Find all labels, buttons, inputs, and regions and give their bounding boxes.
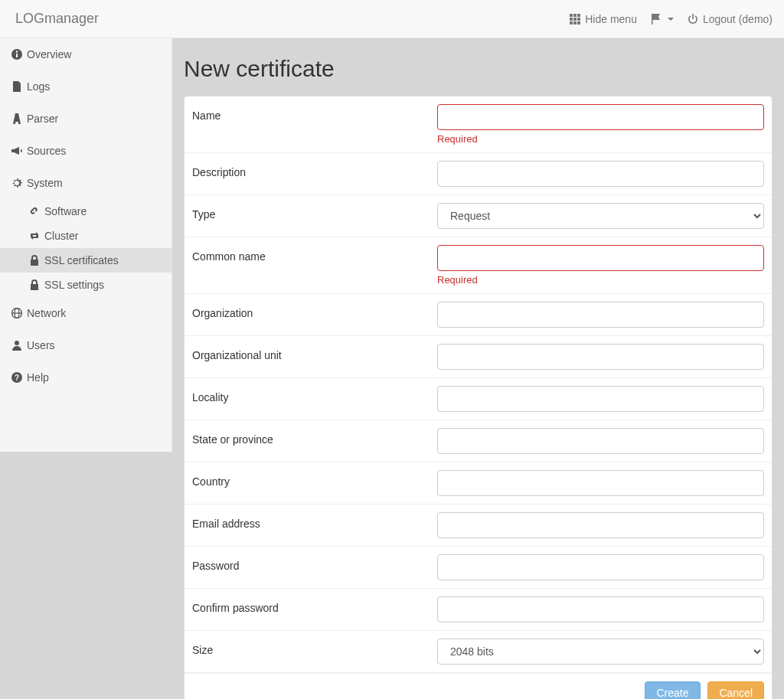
label-confirm-password: Confirm password [192, 596, 437, 622]
sidebar-label: System [27, 177, 63, 189]
common-name-error: Required [437, 274, 764, 286]
topbar: LOGmanager Hide menu Logout (demo) [0, 0, 784, 38]
svg-rect-4 [573, 18, 577, 21]
lock-icon [29, 255, 40, 266]
label-country: Country [192, 470, 437, 496]
power-icon [688, 14, 698, 24]
hide-menu-button[interactable]: Hide menu [570, 13, 637, 25]
svg-rect-1 [573, 14, 577, 17]
row-email: Email address [185, 505, 772, 547]
org-unit-input[interactable] [437, 344, 764, 370]
flag-icon [651, 14, 662, 24]
sidebar-label: Help [27, 371, 49, 384]
sidebar-sub-ssl-settings[interactable]: SSL settings [0, 273, 172, 297]
size-select[interactable]: 2048 bits [437, 639, 764, 665]
sidebar-item-network[interactable]: Network [0, 297, 172, 329]
grid-icon [570, 14, 580, 24]
password-input[interactable] [437, 554, 764, 580]
form-panel: Name Required Description Type Request C… [184, 96, 773, 699]
svg-rect-0 [570, 14, 573, 17]
cancel-button[interactable]: Cancel [707, 681, 764, 699]
label-org-unit: Organizational unit [192, 344, 437, 370]
label-size: Size [192, 639, 437, 665]
row-confirm-password: Confirm password [185, 589, 772, 631]
organization-input[interactable] [437, 302, 764, 328]
sidebar-label: Network [27, 307, 66, 319]
svg-rect-6 [570, 21, 573, 24]
confirm-password-input[interactable] [437, 596, 764, 622]
row-locality: Locality [185, 378, 772, 420]
caret-down-icon [668, 18, 674, 21]
label-locality: Locality [192, 386, 437, 412]
sidebar-label: SSL certificates [44, 254, 119, 266]
question-icon: ? [11, 372, 22, 383]
sidebar-sub-software[interactable]: Software [0, 199, 172, 224]
row-common-name: Common name Required [185, 237, 772, 294]
label-email: Email address [192, 512, 437, 538]
gear-icon [11, 178, 22, 188]
sidebar: Overview Logs Parser Sources System Soft… [0, 38, 172, 452]
row-org-unit: Organizational unit [185, 336, 772, 378]
state-input[interactable] [437, 428, 764, 454]
sidebar-item-help[interactable]: ? Help [0, 361, 172, 394]
svg-rect-3 [570, 18, 573, 21]
email-input[interactable] [437, 512, 764, 538]
svg-rect-8 [577, 21, 580, 24]
label-type: Type [192, 203, 437, 229]
description-input[interactable] [437, 161, 764, 187]
svg-rect-2 [577, 14, 580, 17]
sidebar-sub-cluster[interactable]: Cluster [0, 224, 172, 248]
row-type: Type Request [185, 195, 772, 237]
road-icon [11, 113, 22, 124]
sidebar-label: Logs [27, 80, 50, 93]
hide-menu-label: Hide menu [585, 13, 637, 25]
type-select[interactable]: Request [437, 203, 764, 229]
logout-button[interactable]: Logout (demo) [688, 13, 773, 25]
content: New certificate Name Required Descriptio… [172, 38, 784, 699]
file-icon [11, 81, 22, 92]
svg-rect-7 [573, 21, 577, 24]
row-name: Name Required [185, 96, 772, 153]
svg-text:?: ? [15, 374, 19, 382]
retweet-icon [29, 230, 40, 241]
sidebar-item-system[interactable]: System [0, 167, 172, 199]
sidebar-label: Cluster [44, 230, 78, 242]
label-state: State or province [192, 428, 437, 454]
row-country: Country [185, 462, 772, 505]
sidebar-label: Sources [27, 145, 66, 157]
name-error: Required [437, 133, 764, 145]
label-name: Name [192, 104, 437, 145]
svg-rect-10 [16, 54, 18, 57]
locality-input[interactable] [437, 386, 764, 412]
common-name-input[interactable] [437, 245, 764, 271]
country-input[interactable] [437, 470, 764, 496]
label-description: Description [192, 161, 437, 187]
sidebar-item-logs[interactable]: Logs [0, 70, 172, 103]
label-common-name: Common name [192, 245, 437, 286]
svg-rect-5 [577, 18, 580, 21]
bullhorn-icon [11, 145, 22, 156]
logout-label: Logout (demo) [703, 13, 773, 25]
page-title: New certificate [184, 56, 773, 82]
label-organization: Organization [192, 302, 437, 328]
form-footer: Create Cancel [185, 673, 772, 699]
svg-point-11 [16, 51, 18, 52]
sidebar-sub-ssl-certificates[interactable]: SSL certificates [0, 248, 172, 273]
flag-dropdown[interactable] [651, 14, 674, 24]
svg-point-15 [15, 341, 19, 345]
brand[interactable]: LOGmanager [11, 11, 99, 27]
sidebar-label: Software [44, 205, 87, 217]
sidebar-label: Overview [27, 48, 71, 60]
sidebar-label: SSL settings [44, 279, 104, 291]
create-button[interactable]: Create [645, 681, 700, 699]
sidebar-item-overview[interactable]: Overview [0, 38, 172, 70]
user-icon [11, 340, 22, 351]
info-icon [11, 49, 22, 60]
sidebar-item-sources[interactable]: Sources [0, 135, 172, 167]
label-password: Password [192, 554, 437, 580]
row-description: Description [185, 153, 772, 195]
sidebar-item-parser[interactable]: Parser [0, 103, 172, 135]
sidebar-item-users[interactable]: Users [0, 329, 172, 361]
name-input[interactable] [437, 104, 764, 130]
row-size: Size 2048 bits [185, 631, 772, 673]
